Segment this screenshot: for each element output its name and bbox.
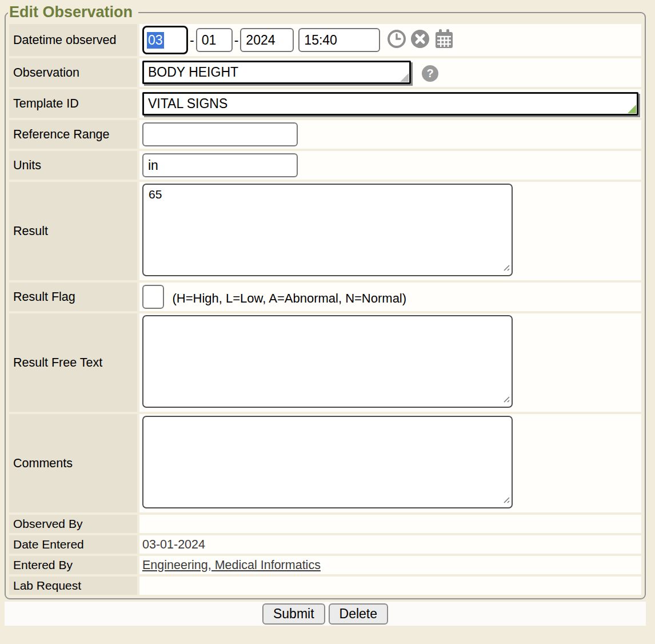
form-actions-bar: Submit Delete	[5, 602, 646, 626]
units-input[interactable]	[142, 153, 298, 177]
row-datetime-observed: Datetime observed 03 - -	[9, 24, 641, 56]
observed-by-value	[139, 515, 641, 533]
row-result-flag: Result Flag (H=High, L=Low, A=Abnormal, …	[9, 283, 641, 311]
template-id-label: Template ID	[9, 89, 137, 118]
reference-range-label: Reference Range	[9, 120, 137, 149]
resize-grip-icon	[400, 73, 409, 82]
form-title: Edit Observation	[8, 3, 138, 21]
template-id-input[interactable]	[142, 92, 638, 116]
calendar-icon[interactable]	[434, 29, 454, 51]
clock-icon[interactable]	[387, 29, 406, 51]
comments-textarea[interactable]	[142, 416, 513, 508]
observation-input[interactable]	[142, 61, 411, 84]
datetime-observed-label: Datetime observed	[9, 24, 137, 56]
result-free-text-label: Result Free Text	[9, 313, 137, 412]
resize-grip-icon[interactable]	[502, 264, 510, 272]
datetime-day-input[interactable]	[196, 28, 233, 52]
row-result: Result 65	[9, 182, 641, 280]
lab-request-value	[139, 577, 641, 595]
result-label: Result	[9, 182, 137, 280]
entered-by-link[interactable]: Engineering, Medical Informatics	[142, 558, 321, 572]
help-icon[interactable]: ?	[421, 74, 439, 84]
observation-label: Observation	[9, 58, 137, 87]
resize-grip-icon	[628, 105, 636, 113]
lab-request-label: Lab Request	[9, 577, 137, 595]
date-separator: -	[234, 33, 239, 48]
row-comments: Comments	[9, 414, 641, 512]
units-label: Units	[9, 151, 137, 180]
result-free-text-textarea[interactable]	[142, 315, 513, 408]
selected-month-text: 03	[147, 32, 164, 49]
date-separator: -	[190, 33, 194, 48]
result-flag-input[interactable]	[142, 285, 164, 309]
datetime-month-input[interactable]: 03	[142, 26, 188, 54]
date-entered-value: 03-01-2024	[139, 535, 641, 554]
resize-grip-icon[interactable]	[502, 395, 510, 403]
svg-text:?: ?	[427, 67, 434, 79]
result-textarea[interactable]: 65	[142, 184, 513, 276]
reference-range-input[interactable]	[142, 122, 298, 146]
result-flag-label: Result Flag	[9, 283, 137, 311]
datetime-year-input[interactable]	[240, 28, 294, 52]
row-units: Units	[9, 151, 641, 180]
comments-label: Comments	[9, 414, 137, 512]
delete-button[interactable]: Delete	[329, 603, 388, 625]
row-reference-range: Reference Range	[9, 120, 641, 149]
datetime-time-input[interactable]	[298, 28, 380, 52]
entered-by-label: Entered By	[9, 556, 137, 574]
observation-form-table: Datetime observed 03 - -	[7, 22, 644, 597]
row-observation: Observation ?	[9, 58, 641, 87]
edit-observation-fieldset: Edit Observation Datetime observed 03 - …	[5, 3, 646, 599]
row-entered-by: Entered By Engineering, Medical Informat…	[9, 556, 641, 574]
row-template-id: Template ID	[9, 89, 641, 118]
date-entered-label: Date Entered	[9, 535, 137, 554]
row-date-entered: Date Entered 03-01-2024	[9, 535, 641, 554]
clear-icon[interactable]	[410, 29, 430, 51]
submit-button[interactable]: Submit	[262, 603, 325, 625]
row-result-free-text: Result Free Text	[9, 313, 641, 412]
observed-by-label: Observed By	[9, 515, 137, 533]
result-flag-legend-note: (H=High, L=Low, A=Abnormal, N=Normal)	[172, 291, 406, 305]
row-lab-request: Lab Request	[9, 577, 641, 595]
row-observed-by: Observed By	[9, 515, 641, 533]
resize-grip-icon[interactable]	[502, 496, 510, 504]
